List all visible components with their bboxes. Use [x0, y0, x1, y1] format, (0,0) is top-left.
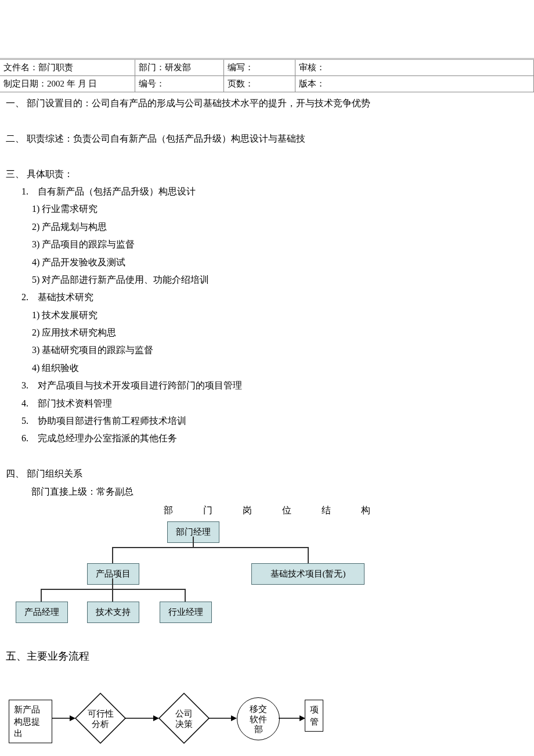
- flow-circle-handover: 移交软件部: [237, 697, 280, 740]
- section-3-title: 三、 具体职责：: [6, 165, 528, 183]
- header-table: 文件名：部门职责 部门：研发部 编写： 审核： 制定日期：2002 年 月 日 …: [0, 60, 534, 92]
- s3-item-2c: 3) 基础研究项目的跟踪与监督: [6, 341, 528, 359]
- s3-item-2d: 4) 组织验收: [6, 359, 528, 377]
- header-date: 制定日期：2002 年 月 日: [0, 76, 135, 92]
- org-node-tech-project: 基础技术项目(暂无): [251, 563, 365, 585]
- section-2: 二、 职责综述：负责公司自有新产品（包括产品升级）构思设计与基础技: [6, 130, 528, 147]
- header-version: 版本：: [295, 76, 534, 92]
- org-node-tech-support: 技术支持: [87, 602, 139, 623]
- s3-item-2b: 2) 应用技术研究构思: [6, 324, 528, 341]
- section-1: 一、 部门设置目的：公司自有产品的形成与公司基础技术水平的提升，开与技术竞争优势: [6, 95, 528, 112]
- org-chart-title: 部门岗位结构: [6, 502, 528, 519]
- header-pages: 页数：: [224, 76, 295, 92]
- flow-box-new-product: 新产品 构思提 出: [9, 700, 52, 743]
- flow-diamond-decision: 公司决策: [158, 692, 210, 744]
- s3-item-1: 1. 自有新产品（包括产品升级）构思设计: [6, 183, 528, 200]
- s3-item-2: 2. 基础技术研究: [6, 289, 528, 306]
- s3-item-1e: 5) 对产品部进行新产品使用、功能介绍培训: [6, 271, 528, 289]
- s3-item-4: 4. 部门技术资料管理: [6, 395, 528, 412]
- s3-item-1b: 2) 产品规划与构思: [6, 218, 528, 236]
- arrow-icon: [125, 712, 160, 724]
- header-no: 编号：: [135, 76, 224, 92]
- org-node-product-project: 产品项目: [87, 563, 139, 585]
- s3-item-5: 5. 协助项目部进行售前工程师技术培训: [6, 412, 528, 430]
- org-node-industry-mgr: 行业经理: [160, 602, 212, 623]
- header-author: 编写：: [224, 60, 295, 76]
- org-chart: 部门经理 产品项目 基础技术项目(暂无) 产品经理 技术支持 行业经理: [6, 521, 528, 620]
- org-node-pm: 产品经理: [16, 602, 68, 623]
- s3-item-1d: 4) 产品开发验收及测试: [6, 254, 528, 271]
- arrow-icon: [279, 712, 306, 724]
- s3-item-6: 6. 完成总经理办公室指派的其他任务: [6, 430, 528, 447]
- flow-box-project: 项 管: [305, 700, 323, 732]
- section-5-title: 五、主要业务流程: [6, 649, 528, 663]
- s3-item-2a: 1) 技术发展研究: [6, 307, 528, 324]
- header-dept: 部门：研发部: [135, 60, 224, 76]
- flow-diamond-feasibility: 可行性分析: [74, 692, 127, 744]
- section-4-title: 四、 部门组织关系: [6, 465, 528, 483]
- s3-item-3: 3. 对产品项目与技术开发项目进行跨部门的项目管理: [6, 377, 528, 394]
- section-4-sub: 部门直接上级：常务副总: [6, 483, 528, 501]
- s3-item-1c: 3) 产品项目的跟踪与监督: [6, 236, 528, 253]
- s3-item-1a: 1) 行业需求研究: [6, 200, 528, 218]
- flow-chart: 新产品 构思提 出 可行性分析 公司决策 移交软件部 项 管: [0, 681, 534, 756]
- arrow-icon: [52, 712, 77, 724]
- header-filename: 文件名：部门职责: [0, 60, 135, 76]
- svg-marker-7: [231, 715, 237, 721]
- arrow-icon: [209, 712, 238, 724]
- header-review: 审核：: [295, 60, 534, 76]
